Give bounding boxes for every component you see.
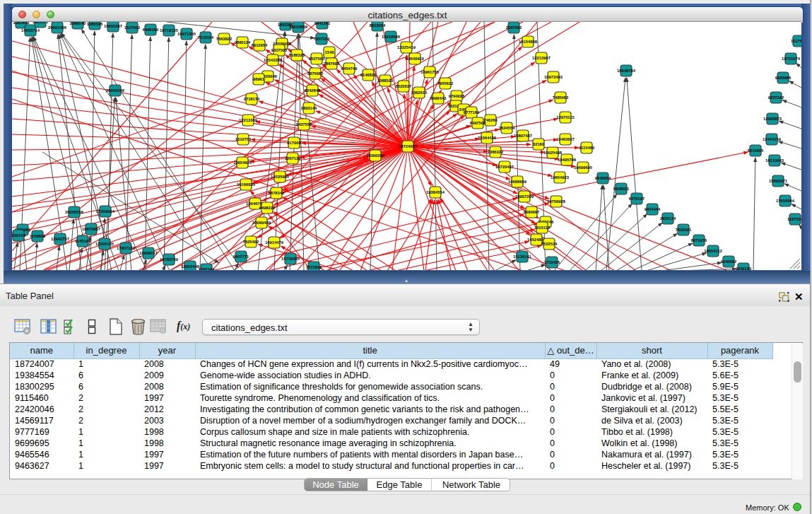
svg-text:13640910: 13640910	[406, 57, 424, 61]
svg-text:9860124: 9860124	[235, 40, 251, 45]
svg-text:9527505: 9527505	[309, 57, 325, 61]
svg-text:18495798: 18495798	[558, 158, 577, 162]
svg-text:17016504: 17016504	[776, 199, 795, 203]
svg-text:939154: 939154	[12, 233, 25, 238]
svg-text:19654925: 19654925	[233, 160, 252, 165]
svg-text:17957223: 17957223	[117, 246, 136, 250]
svg-text:9327505: 9327505	[271, 48, 288, 52]
svg-text:18300295: 18300295	[366, 153, 385, 158]
svg-text:13325419: 13325419	[397, 45, 416, 49]
svg-text:2069140: 2069140	[70, 22, 86, 25]
svg-text:16671355: 16671355	[177, 32, 196, 36]
svg-text:8471676: 8471676	[691, 238, 707, 243]
svg-text:6466160: 6466160	[143, 28, 159, 32]
svg-text:20364436: 20364436	[478, 136, 497, 140]
svg-text:1546: 1546	[325, 50, 335, 54]
svg-text:9441281: 9441281	[314, 22, 331, 25]
svg-text:19654923: 19654923	[551, 175, 570, 180]
svg-text:16648784: 16648784	[617, 69, 636, 73]
svg-text:10958117: 10958117	[139, 251, 157, 255]
svg-text:9146821: 9146821	[360, 73, 377, 77]
svg-text:8186328: 8186328	[289, 53, 305, 57]
svg-text:1156829: 1156829	[30, 234, 46, 238]
svg-text:10025488: 10025488	[543, 151, 563, 155]
svg-text:5938921: 5938921	[613, 187, 630, 191]
svg-text:8990443: 8990443	[430, 96, 447, 100]
svg-text:10654112: 10654112	[704, 249, 722, 253]
svg-text:98961: 98961	[253, 77, 265, 81]
svg-text:19756928: 19756928	[547, 199, 566, 204]
svg-text:16914479: 16914479	[265, 240, 284, 245]
svg-text:7485063: 7485063	[553, 95, 569, 100]
svg-text:12444159: 12444159	[763, 137, 782, 141]
svg-text:2803144: 2803144	[301, 106, 317, 110]
svg-text:7357224: 7357224	[314, 37, 330, 41]
svg-text:10655267: 10655267	[104, 24, 122, 28]
svg-text:15720407: 15720407	[495, 165, 514, 169]
svg-text:14055714: 14055714	[21, 28, 40, 33]
svg-text:12213369: 12213369	[239, 118, 258, 122]
svg-text:1733426: 1733426	[544, 260, 560, 264]
svg-text:9242848: 9242848	[305, 88, 321, 93]
svg-text:7386322: 7386322	[488, 150, 504, 154]
svg-text:8912954: 8912954	[252, 43, 268, 47]
svg-text:3267110: 3267110	[285, 156, 300, 160]
svg-text:9084067: 9084067	[524, 210, 540, 214]
svg-text:3875685: 3875685	[307, 71, 324, 76]
svg-text:16033809: 16033809	[289, 25, 308, 29]
svg-text:2718170: 2718170	[244, 97, 260, 101]
svg-text:20206556: 20206556	[65, 210, 84, 214]
svg-text:7515524: 7515524	[198, 35, 214, 40]
svg-text:1527602: 1527602	[124, 25, 141, 30]
svg-text:8678342: 8678342	[269, 191, 285, 195]
svg-text:9474444: 9474444	[645, 207, 661, 211]
svg-text:10961755: 10961755	[420, 70, 440, 74]
svg-text:15718485: 15718485	[281, 257, 300, 261]
svg-text:15136141: 15136141	[513, 255, 532, 259]
svg-text:2087682: 2087682	[506, 25, 522, 30]
svg-text:18724007: 18724007	[399, 144, 417, 148]
svg-text:9498222: 9498222	[259, 206, 276, 210]
svg-text:12942757: 12942757	[51, 237, 69, 241]
svg-text:62160: 62160	[533, 142, 544, 146]
svg-text:10699695: 10699695	[574, 165, 593, 170]
svg-text:9457771: 9457771	[233, 255, 249, 259]
svg-text:1362615: 1362615	[411, 90, 428, 95]
svg-text:7955812: 7955812	[437, 81, 454, 86]
svg-text:10719155: 10719155	[160, 28, 179, 33]
svg-text:2867608: 2867608	[324, 62, 340, 66]
svg-text:3624554: 3624554	[499, 126, 515, 130]
svg-text:12923448: 12923448	[181, 264, 200, 269]
svg-text:1905571: 1905571	[33, 22, 49, 24]
svg-text:17359924: 17359924	[96, 209, 115, 214]
svg-text:10975867: 10975867	[82, 227, 100, 231]
svg-text:1065526: 1065526	[87, 22, 103, 26]
svg-text:12975115: 12975115	[556, 115, 575, 119]
svg-text:18907209: 18907209	[515, 194, 534, 199]
svg-text:16782759: 16782759	[160, 257, 179, 262]
svg-text:14535905: 14535905	[271, 175, 290, 179]
svg-text:10688609: 10688609	[508, 180, 527, 184]
svg-text:19463627: 19463627	[556, 137, 575, 141]
svg-text:10543382: 10543382	[264, 58, 282, 62]
svg-text:10807487: 10807487	[514, 134, 532, 138]
svg-text:10154808: 10154808	[519, 40, 538, 44]
svg-text:9640954: 9640954	[595, 176, 611, 180]
svg-text:9777169: 9777169	[464, 110, 480, 115]
svg-text:12093873: 12093873	[763, 117, 782, 121]
svg-text:2522534: 2522534	[541, 242, 558, 246]
svg-text:12505135: 12505135	[95, 242, 114, 246]
svg-text:1615112: 1615112	[534, 226, 550, 230]
svg-text:746266: 746266	[483, 118, 498, 122]
svg-text:2301650: 2301650	[13, 22, 30, 25]
svg-text:1117534: 1117534	[791, 39, 801, 43]
svg-text:15892971: 15892971	[769, 179, 788, 183]
svg-text:19751074: 19751074	[782, 57, 801, 61]
svg-text:19218506: 19218506	[382, 35, 401, 39]
svg-text:7625402: 7625402	[243, 240, 259, 244]
svg-text:20053346: 20053346	[106, 88, 125, 93]
svg-text:9794028: 9794028	[449, 94, 465, 98]
svg-text:1167534: 1167534	[787, 217, 801, 221]
svg-text:10973493: 10973493	[544, 75, 563, 79]
svg-text:23099489: 23099489	[252, 221, 271, 225]
